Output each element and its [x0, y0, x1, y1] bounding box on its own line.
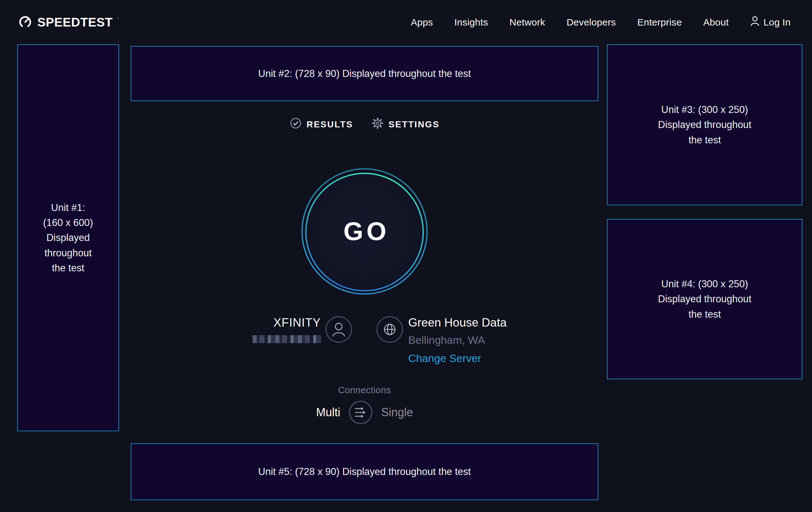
check-circle-icon — [290, 117, 302, 132]
go-button[interactable]: GO — [297, 164, 432, 298]
tab-results-label: RESULTS — [307, 119, 353, 130]
ad-unit-2-label: Unit #2: (728 x 90) Displayed throughout… — [258, 66, 471, 81]
multi-arrows-icon — [349, 400, 373, 425]
gauge-icon — [18, 14, 33, 31]
tabs-row: RESULTS SETTINGS — [131, 117, 598, 132]
isp-name[interactable]: XFINITY — [212, 315, 321, 330]
nav-apps[interactable]: Apps — [411, 17, 433, 28]
ad-unit-1: Unit #1: (160 x 600) Displayed throughou… — [17, 44, 119, 431]
nav-network[interactable]: Network — [509, 17, 545, 28]
tab-settings-label: SETTINGS — [388, 119, 439, 130]
connections-label: Connections — [131, 385, 598, 396]
ad-unit-3-label: Unit #3: (300 x 250) Displayed throughou… — [658, 102, 751, 147]
ad-unit-5: Unit #5: (728 x 90) Displayed throughout… — [131, 443, 598, 500]
isp-server-row: XFINITY Green House Data Bellingham, WA … — [131, 315, 598, 365]
speedtest-page: { "header": { "logo": { "text": "SPEEDTE… — [0, 0, 812, 512]
redacted-ip — [253, 335, 321, 343]
nav-developers[interactable]: Developers — [567, 17, 616, 28]
server-location: Bellingham, WA — [408, 334, 517, 346]
connections-multi-option[interactable]: Multi — [316, 406, 340, 419]
ad-unit-5-label: Unit #5: (728 x 90) Displayed throughout… — [258, 464, 471, 479]
connections-toggle-button[interactable] — [349, 400, 373, 425]
ad-unit-4-label: Unit #4: (300 x 250) Displayed throughou… — [658, 276, 751, 321]
connections-toggle-row: Multi Single — [131, 400, 598, 425]
connections-single-option[interactable]: Single — [381, 406, 413, 419]
connections-section: Connections Multi Single — [131, 385, 598, 425]
header: SPEEDTEST ’ Apps Insights Network Develo… — [0, 0, 812, 44]
change-server-link[interactable]: Change Server — [408, 352, 481, 365]
nav-enterprise[interactable]: Enterprise — [637, 17, 682, 28]
person-icon — [750, 16, 760, 29]
server-block: Green House Data Bellingham, WA Change S… — [408, 315, 517, 365]
tab-results[interactable]: RESULTS — [290, 117, 353, 132]
logo-text: SPEEDTEST — [37, 15, 113, 29]
nav-about[interactable]: About — [703, 17, 729, 28]
main-nav: Apps Insights Network Developers Enterpr… — [411, 16, 791, 29]
logo-trademark: ’ — [117, 17, 119, 23]
isp-block: XFINITY — [212, 315, 321, 343]
login-link[interactable]: Log In — [750, 16, 791, 29]
tab-settings[interactable]: SETTINGS — [372, 117, 439, 132]
server-globe-icon — [376, 316, 403, 344]
server-name[interactable]: Green House Data — [408, 315, 517, 330]
ad-unit-2: Unit #2: (728 x 90) Displayed throughout… — [131, 46, 598, 101]
ad-unit-1-label: Unit #1: (160 x 600) Displayed throughou… — [43, 200, 93, 275]
ad-unit-4: Unit #4: (300 x 250) Displayed throughou… — [607, 219, 803, 379]
ad-unit-3: Unit #3: (300 x 250) Displayed throughou… — [607, 44, 803, 205]
isp-avatar-icon — [325, 316, 352, 344]
go-label: GO — [297, 164, 432, 298]
nav-insights[interactable]: Insights — [454, 17, 488, 28]
speedtest-logo[interactable]: SPEEDTEST ’ — [18, 14, 119, 31]
login-label: Log In — [763, 17, 791, 28]
gear-icon — [372, 117, 384, 132]
